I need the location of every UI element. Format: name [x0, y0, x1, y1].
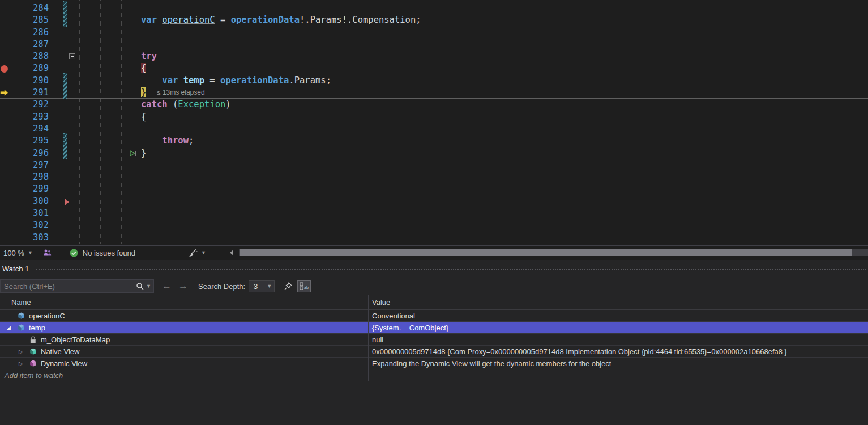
line-number[interactable]: 285 — [0, 14, 49, 26]
watch-value: Conventional — [368, 312, 415, 320]
svg-text:ab: ab — [304, 286, 309, 290]
code-line-298[interactable]: 298 — [0, 171, 868, 183]
line-number[interactable]: 296 — [0, 147, 49, 159]
watch-name: operationC — [29, 312, 65, 320]
search-options-chevron-icon[interactable]: ▼ — [146, 283, 151, 289]
line-number[interactable]: 298 — [0, 171, 49, 183]
code-line-290[interactable]: 290 var temp = operationData.Params; — [0, 75, 868, 87]
watch-add-row[interactable]: Add item to watch — [0, 369, 868, 381]
code-line-301[interactable]: 301 — [0, 207, 868, 219]
lock-icon — [29, 335, 37, 344]
code-line-288[interactable]: 288 try — [0, 50, 868, 62]
code-line-291[interactable]: 291 } ≤ 13ms elapsed — [0, 87, 868, 99]
watch-value: Expanding the Dynamic View will get the … — [368, 359, 611, 368]
line-number[interactable]: 303 — [0, 232, 49, 244]
dynamic-view-icon — [29, 359, 37, 368]
watch-rows: operationCConventional◢ temp{System.__Co… — [0, 310, 868, 381]
line-number[interactable]: 300 — [0, 196, 49, 207]
code-line-292[interactable]: 292 catch (Exception) — [0, 99, 868, 110]
scroll-left-arrow-icon — [229, 249, 234, 256]
watch-name: Dynamic View — [41, 359, 87, 368]
line-number[interactable]: 302 — [0, 219, 49, 231]
breakpoint-icon[interactable] — [1, 65, 8, 73]
code-line-286[interactable]: 286 — [0, 27, 868, 39]
line-number[interactable]: 299 — [0, 183, 49, 195]
column-divider[interactable] — [368, 295, 369, 381]
run-to-cursor-icon[interactable] — [129, 150, 138, 157]
watch-row-Dynamic View[interactable]: ▷ Dynamic ViewExpanding the Dynamic View… — [0, 358, 868, 369]
code-line-287[interactable]: 287 — [0, 39, 868, 50]
line-number[interactable]: 284 — [0, 2, 49, 14]
watch-row-Native View[interactable]: ▷ Native View0x000000005d9714d8 {Com Pro… — [0, 346, 868, 358]
line-number[interactable]: 295 — [0, 135, 49, 147]
changed-lines-bar — [63, 73, 67, 99]
code-line-284[interactable]: 284 — [0, 2, 868, 14]
pin-icon — [284, 282, 293, 291]
feedback-button[interactable] — [43, 249, 52, 257]
search-icon[interactable] — [136, 282, 144, 291]
divider — [181, 249, 181, 257]
watch-row-temp[interactable]: ◢ temp{System.__ComObject} — [0, 322, 868, 334]
scroll-left-button[interactable] — [229, 249, 234, 256]
watch-row-operationC[interactable]: operationCConventional — [0, 310, 868, 322]
value-column-header[interactable]: Value — [368, 298, 390, 307]
code-line-294[interactable]: 294 — [0, 123, 868, 135]
collapsed-expander-icon[interactable]: ▷ — [19, 348, 29, 355]
line-number[interactable]: 286 — [0, 27, 49, 39]
watch-grid: Name Value operationCConventional◢ temp{… — [0, 295, 868, 381]
fold-collapse-box[interactable] — [69, 53, 75, 60]
watch-title-bar[interactable]: Watch 1 — [0, 260, 868, 277]
watch-value: {System.__ComObject} — [368, 324, 448, 332]
tracepoint-arrow-icon[interactable] — [64, 198, 70, 206]
line-number[interactable]: 290 — [0, 75, 49, 87]
expanded-expander-icon[interactable]: ◢ — [7, 325, 17, 330]
watch-name: Native View — [41, 347, 79, 356]
line-number[interactable]: 297 — [0, 159, 49, 171]
search-placeholder: Search (Ctrl+E) — [4, 282, 55, 291]
search-input[interactable]: Search (Ctrl+E) ▼ — [0, 279, 154, 293]
line-number[interactable]: 293 — [0, 111, 49, 123]
code-line-299[interactable]: 299 — [0, 183, 868, 195]
watch-row-m_ObjectToDataMap[interactable]: m_ObjectToDataMapnull — [0, 334, 868, 346]
line-number[interactable]: 301 — [0, 207, 49, 219]
code-line-302[interactable]: 302 — [0, 219, 868, 231]
code-line-303[interactable]: 303 — [0, 232, 868, 244]
chevron-down-icon[interactable]: ▼ — [201, 250, 206, 256]
code-line-293[interactable]: 293 { — [0, 111, 868, 123]
watch-toolbar: Search (Ctrl+E) ▼ ← → Search Depth: 3 ▼ — [0, 277, 868, 295]
code-line-289[interactable]: 289 { — [0, 62, 868, 74]
horizontal-scrollbar[interactable] — [239, 249, 868, 256]
feedback-person-icon — [43, 249, 52, 257]
line-number[interactable]: 294 — [0, 123, 49, 135]
issues-status-label[interactable]: No issues found — [83, 249, 135, 257]
watch-value: 0x000000005d9714d8 {Com Proxy=0x00000000… — [368, 347, 787, 356]
zoom-level[interactable]: 100 % — [3, 249, 24, 257]
chevron-down-icon[interactable]: ▼ — [28, 250, 33, 256]
add-item-label[interactable]: Add item to watch — [0, 369, 368, 381]
collapsed-expander-icon[interactable]: ▷ — [19, 360, 29, 367]
code-line-297[interactable]: 297 — [0, 159, 868, 171]
line-number[interactable]: 287 — [0, 39, 49, 50]
code-line-295[interactable]: 295 throw; — [0, 135, 868, 147]
search-prev-button[interactable]: ← — [162, 280, 172, 292]
code-line-300[interactable]: 300 — [0, 196, 868, 207]
scrollbar-thumb[interactable] — [240, 249, 852, 256]
native-view-icon — [29, 347, 37, 356]
name-column-header[interactable]: Name — [0, 298, 368, 307]
changed-lines-bar — [63, 1, 67, 27]
raw-view-toggle-button[interactable]: ab — [297, 280, 311, 292]
search-next-button[interactable]: → — [178, 280, 188, 292]
raw-view-icon: ab — [300, 282, 309, 290]
current-statement-arrow-icon — [0, 89, 8, 96]
line-number[interactable]: 288 — [0, 50, 49, 62]
code-cleanup-button[interactable] — [188, 249, 198, 257]
watch-name: m_ObjectToDataMap — [41, 335, 110, 344]
field-icon — [17, 312, 25, 320]
code-line-285[interactable]: 285 var operationC = operationData!.Para… — [0, 14, 868, 26]
code-cleanup-broom-icon — [188, 249, 198, 257]
search-depth-select[interactable]: 3 ▼ — [249, 280, 275, 292]
line-number[interactable]: 292 — [0, 99, 49, 110]
health-indicator[interactable] — [70, 249, 78, 257]
pin-properties-button[interactable] — [284, 282, 293, 291]
code-editor[interactable]: 284285 var operationC = operationData!.P… — [0, 0, 868, 245]
